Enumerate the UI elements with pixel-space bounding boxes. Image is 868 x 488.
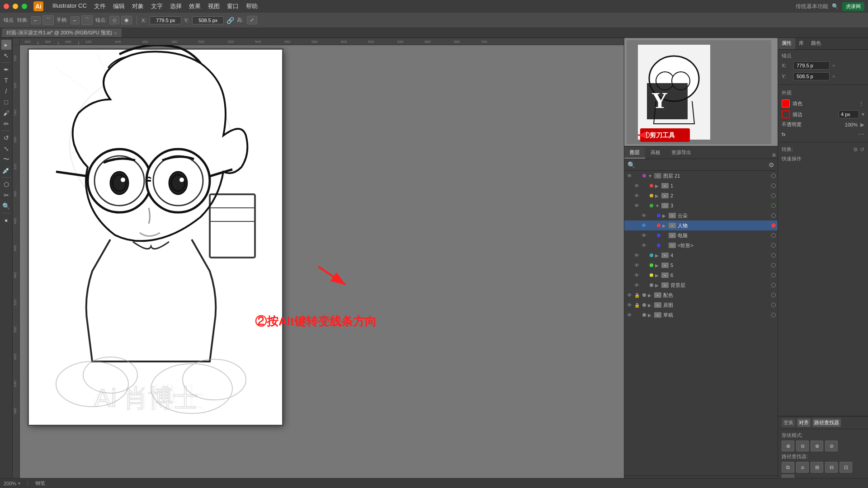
y-field-input[interactable] <box>793 72 830 80</box>
layer-visibility-character[interactable]: 👁 <box>641 222 647 229</box>
layer-expand-1[interactable]: ▶ <box>655 183 660 188</box>
minimize-window-btn[interactable] <box>13 4 18 9</box>
x-field-input[interactable] <box>793 61 830 70</box>
layer-row-4[interactable]: 👁 ▶ ▪ 4 <box>624 250 778 260</box>
crop-btn[interactable]: ⊟ <box>825 462 838 473</box>
layer-row-6[interactable]: 👁 ▶ ▪ 6 <box>624 270 778 280</box>
layer-expand-5[interactable]: ▶ <box>655 263 660 268</box>
zoom-control[interactable]: 200% ▾ <box>4 481 20 486</box>
bottom-tab-align[interactable]: 对齐 <box>797 418 811 427</box>
search-icon[interactable]: 🔍 <box>832 3 839 9</box>
menu-edit[interactable]: 编辑 <box>113 2 125 10</box>
line-tool-btn[interactable]: / <box>1 86 11 96</box>
layer-select-6[interactable] <box>771 273 776 277</box>
layer-select-2[interactable] <box>771 193 776 198</box>
layer-row-rect[interactable]: 👁 □ <矩形> <box>624 240 778 250</box>
layer-visibility-pc[interactable]: 👁 <box>641 232 647 239</box>
layer-row-pc[interactable]: 👁 ▪ 电脑 <box>624 230 778 240</box>
menu-view[interactable]: 视图 <box>208 2 220 10</box>
layer-visibility-peiSe[interactable]: 👁 <box>626 292 632 298</box>
document-tab[interactable]: 封面-演示源文件1.ai* @ 200% (RGB/GPU 预览) × <box>2 28 122 37</box>
layer-select-caogao[interactable] <box>771 313 776 317</box>
layer-select-4[interactable] <box>771 253 776 258</box>
layer-visibility-bg[interactable]: 👁 <box>633 282 640 288</box>
layer-select-5[interactable] <box>771 263 776 267</box>
select-tool-btn[interactable]: ▸ <box>1 40 11 50</box>
layer-expand-caogao[interactable]: ▶ <box>648 313 652 318</box>
layer-expand-cloud[interactable]: ▶ <box>662 213 667 218</box>
merge-btn[interactable]: ⊞ <box>811 462 823 473</box>
fill-stroke-btn[interactable]: ■ <box>1 215 11 225</box>
scale-tool-btn[interactable]: ⤡ <box>1 144 11 154</box>
layer-select-yuantu[interactable] <box>771 303 776 307</box>
layer-expand-2[interactable]: ▶ <box>655 193 660 198</box>
layer-select-cloud[interactable] <box>771 213 776 218</box>
layer-expand-4[interactable]: ▶ <box>655 253 660 258</box>
layer-row-yuantu[interactable]: 👁 🔒 ▶ ▪ 原图 <box>624 300 778 310</box>
layer-visibility-4[interactable]: 👁 <box>633 252 640 258</box>
layer-expand-yuantu[interactable]: ▶ <box>648 303 652 308</box>
menu-effects[interactable]: 效果 <box>189 2 201 10</box>
layer-visibility-6[interactable]: 👁 <box>633 272 640 278</box>
layers-options-btn[interactable]: ⚙ <box>767 161 776 169</box>
blend-tool-btn[interactable]: ⬡ <box>1 179 11 189</box>
menu-illustrator[interactable]: Illustrator CC <box>52 2 87 10</box>
layer-row-character[interactable]: 👁 ▶ ▪ 人物 <box>624 221 778 230</box>
layer-visibility-cloud[interactable]: 👁 <box>641 212 647 219</box>
fullscreen-window-btn[interactable] <box>22 4 27 9</box>
canvas-container[interactable]: Ai 肖博士 Ai 肖博士 ②按Alt键转变线条方向 <box>20 45 624 488</box>
bottom-tab-pathfinder[interactable]: 路径查找器 <box>812 418 841 427</box>
layer-select-3[interactable] <box>771 203 776 208</box>
menu-bar[interactable]: Illustrator CC 文件 编辑 对象 文字 选择 效果 视图 窗口 帮… <box>52 2 258 10</box>
layer-expand-character[interactable]: ▶ <box>662 223 667 228</box>
convert-smooth-btn[interactable]: ⌒ <box>42 15 54 25</box>
layer-select-1[interactable] <box>771 183 776 188</box>
layer-expand-3[interactable]: ▼ <box>655 203 660 208</box>
rotate-tool-btn[interactable]: ↺ <box>1 133 11 143</box>
layer-visibility-5[interactable]: 👁 <box>633 262 640 268</box>
anchor-smooth-btn[interactable]: ◉ <box>121 16 132 24</box>
paintbrush-tool-btn[interactable]: 🖌 <box>1 108 11 118</box>
layer-visibility-yuantu[interactable]: 👁 <box>626 302 632 308</box>
tab-close-btn[interactable]: × <box>114 30 117 36</box>
close-window-btn[interactable] <box>4 4 9 9</box>
layer-expand-6[interactable]: ▶ <box>655 273 660 278</box>
opacity-arrow-icon[interactable]: ▶ <box>860 122 864 128</box>
layer-select-pc[interactable] <box>771 233 776 238</box>
layer-select-peiSe[interactable] <box>771 293 776 297</box>
layer-row-bg[interactable]: 👁 ▶ ▪ 背景层 <box>624 280 778 290</box>
bottom-tab-transform[interactable]: 变换 <box>782 418 795 427</box>
layer-expand-bg[interactable]: ▶ <box>655 283 660 288</box>
stroke-width-input[interactable] <box>839 110 859 118</box>
tab-asset-export[interactable]: 资源导出 <box>666 147 697 159</box>
layer-select-rect[interactable] <box>771 243 776 248</box>
layers-search-btn[interactable]: 🔍 <box>626 161 637 169</box>
trim-btn[interactable]: ⧇ <box>796 462 809 473</box>
unite-btn[interactable]: ⊕ <box>782 441 794 451</box>
warp-tool-btn[interactable]: 〜 <box>1 155 11 164</box>
transform-options-icon[interactable]: ⚙ <box>853 146 858 153</box>
tab-artboard[interactable]: 高板 <box>645 147 666 159</box>
layer-row-peiSe[interactable]: 👁 🔒 ▶ ▪ 配色 <box>624 290 778 300</box>
layer-select-bg[interactable] <box>771 283 776 287</box>
layer-row-cloud[interactable]: 👁 ▶ ▪ 云朵 <box>624 211 778 221</box>
transform-reset-icon[interactable]: ↺ <box>860 146 864 153</box>
fill-color-swatch[interactable] <box>782 99 790 108</box>
stroke-width-arrow-icon[interactable]: ▾ <box>862 111 864 117</box>
layer-row-caogao[interactable]: 👁 ▶ ▪ 草稿 <box>624 310 778 320</box>
type-tool-btn[interactable]: T <box>1 75 11 85</box>
direct-select-tool-btn[interactable]: ↖ <box>1 51 11 61</box>
layer-visibility-21[interactable]: 👁 <box>626 173 632 179</box>
exclude-btn[interactable]: ⊘ <box>825 441 838 451</box>
layer-row-1[interactable]: 👁 ▶ ▪ 1 <box>624 181 778 191</box>
anchor-corner-btn[interactable]: ◇ <box>109 16 119 24</box>
pen-tool-btn[interactable]: ✒ <box>1 65 11 75</box>
menu-text[interactable]: 文字 <box>151 2 163 10</box>
resize-btn[interactable]: ⤢ <box>247 16 257 24</box>
layer-visibility-rect[interactable]: 👁 <box>641 242 647 249</box>
layer-expand-peiSe[interactable]: ▶ <box>648 293 652 298</box>
workspace-selector[interactable]: 传统基本功能 <box>796 3 828 10</box>
menu-window[interactable]: 窗口 <box>227 2 239 10</box>
fill-options-btn[interactable]: ⋮ <box>858 100 864 107</box>
tab-properties[interactable]: 属性 <box>778 38 795 49</box>
